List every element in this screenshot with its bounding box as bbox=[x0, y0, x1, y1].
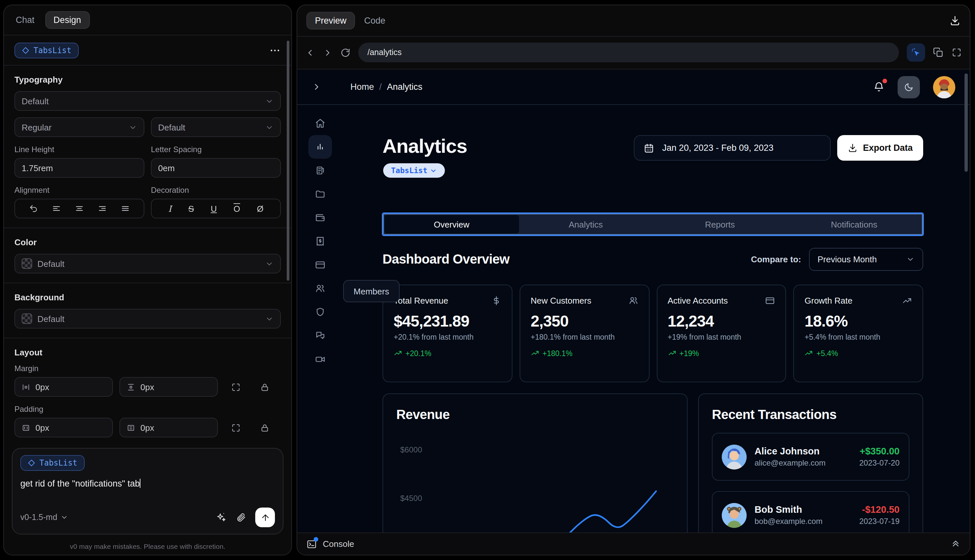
app-header: Home / Analytics bbox=[297, 70, 970, 105]
composer-context-chip[interactable]: TabsList bbox=[20, 455, 85, 471]
undo-icon bbox=[29, 204, 38, 213]
rendered-app: Home / Analytics bbox=[297, 69, 970, 555]
selected-element-label: TabsList bbox=[33, 45, 72, 55]
overline-button[interactable]: O bbox=[234, 203, 240, 213]
undo-button[interactable] bbox=[29, 204, 38, 213]
left-panel-scrollbar[interactable] bbox=[287, 41, 289, 281]
sidebar-item-members[interactable] bbox=[308, 277, 332, 300]
color-swatch bbox=[22, 258, 32, 269]
tab-design[interactable]: Design bbox=[45, 11, 90, 29]
duplicate-button[interactable] bbox=[933, 47, 943, 58]
background-section-label: Background bbox=[15, 292, 281, 302]
margin-x-input[interactable]: 0px bbox=[15, 377, 113, 397]
sidebar-item-cards[interactable] bbox=[308, 253, 332, 277]
sidebar-item-invoices[interactable] bbox=[308, 230, 332, 253]
selection-overlay-chip[interactable]: TabsList bbox=[383, 163, 445, 178]
compare-select[interactable]: Previous Month bbox=[809, 248, 923, 271]
console-bar[interactable]: Console bbox=[297, 532, 970, 555]
preview-url-bar: /analytics bbox=[297, 37, 970, 68]
more-options-button[interactable] bbox=[269, 44, 281, 56]
app-main: Analytics Jan 20, 2023 - Feb 09, 2023 Ex… bbox=[382, 105, 923, 555]
align-right-button[interactable] bbox=[98, 204, 107, 213]
tab-reports[interactable]: Reports bbox=[653, 215, 787, 233]
font-size-select[interactable]: Default bbox=[151, 117, 281, 137]
user-avatar[interactable] bbox=[933, 76, 955, 98]
refresh-button[interactable] bbox=[341, 48, 351, 57]
line-height-input[interactable]: 1.75rem bbox=[15, 158, 144, 178]
expand-icon bbox=[230, 382, 240, 392]
prompt-input[interactable]: get rid of the "notifications" tab bbox=[20, 479, 275, 488]
fullscreen-button[interactable] bbox=[952, 47, 962, 58]
align-left-button[interactable] bbox=[52, 204, 61, 213]
tab-chat[interactable]: Chat bbox=[16, 15, 35, 25]
sparkles-icon bbox=[216, 512, 226, 523]
color-select[interactable]: Default bbox=[15, 254, 281, 273]
strikethrough-button[interactable]: S bbox=[188, 203, 194, 213]
back-button[interactable] bbox=[305, 48, 315, 57]
italic-button[interactable]: I bbox=[168, 203, 172, 213]
underline-button[interactable]: U bbox=[210, 203, 217, 213]
tab-code[interactable]: Code bbox=[364, 16, 386, 25]
users-icon bbox=[628, 296, 638, 305]
download-button[interactable] bbox=[949, 15, 960, 26]
selected-element-row: TabsList bbox=[4, 35, 291, 65]
font-weight-select[interactable]: Regular bbox=[15, 117, 144, 137]
theme-toggle-button[interactable] bbox=[898, 76, 920, 98]
sidebar-item-analytics[interactable] bbox=[308, 135, 332, 159]
align-center-button[interactable] bbox=[75, 204, 84, 213]
padding-x-input[interactable]: 0px bbox=[15, 418, 113, 437]
sidebar-item-video[interactable] bbox=[308, 348, 332, 371]
sidebar-item-reports[interactable] bbox=[308, 159, 332, 182]
transaction-row[interactable]: Alice Johnson alice@example.com +$350.00… bbox=[712, 433, 909, 481]
expand-console-button[interactable] bbox=[951, 539, 960, 549]
letter-spacing-input[interactable]: 0em bbox=[151, 158, 281, 178]
messages-icon bbox=[315, 330, 326, 341]
sidebar-item-wallet[interactable] bbox=[308, 206, 332, 230]
sidebar-toggle-button[interactable] bbox=[312, 82, 322, 92]
align-justify-button[interactable] bbox=[121, 204, 130, 213]
avatar-image bbox=[722, 503, 747, 528]
sidebar-item-home[interactable] bbox=[308, 112, 332, 135]
model-select[interactable]: v0-1.5-md bbox=[20, 513, 68, 522]
url-input[interactable]: /analytics bbox=[358, 43, 899, 62]
margin-y-input[interactable]: 0px bbox=[119, 377, 218, 397]
font-family-select[interactable]: Default bbox=[15, 91, 281, 111]
margin-lock-button[interactable] bbox=[253, 382, 275, 392]
export-data-button[interactable]: Export Data bbox=[837, 135, 923, 161]
preview-panel: Preview Code /analytics Home / Analytics bbox=[297, 5, 970, 555]
margin-expand-button[interactable] bbox=[224, 382, 247, 392]
transaction-row[interactable]: Bob Smith bob@example.com -$120.50 2023-… bbox=[712, 491, 909, 539]
chevron-down-icon bbox=[129, 123, 137, 132]
chevron-right-icon bbox=[323, 48, 333, 57]
diamond-icon bbox=[22, 46, 30, 54]
enhance-prompt-button[interactable] bbox=[216, 512, 226, 523]
notifications-button[interactable] bbox=[873, 81, 885, 92]
forward-button[interactable] bbox=[323, 48, 333, 57]
padding-lock-button[interactable] bbox=[253, 423, 275, 432]
send-button[interactable] bbox=[255, 508, 275, 527]
selected-element-chip[interactable]: TabsList bbox=[15, 42, 79, 58]
tab-preview[interactable]: Preview bbox=[306, 12, 355, 30]
attach-file-button[interactable] bbox=[235, 512, 246, 523]
background-select[interactable]: Default bbox=[15, 309, 281, 328]
sidebar-item-messages[interactable] bbox=[308, 324, 332, 348]
padding-vertical-icon bbox=[127, 423, 135, 432]
sidebar-item-files[interactable] bbox=[308, 182, 332, 206]
tab-notifications[interactable]: Notifications bbox=[787, 215, 921, 233]
padding-expand-button[interactable] bbox=[224, 423, 247, 432]
padding-y-input[interactable]: 0px bbox=[119, 418, 218, 437]
select-element-button[interactable] bbox=[907, 43, 925, 62]
sidebar-item-security[interactable] bbox=[308, 300, 332, 324]
video-icon bbox=[315, 354, 326, 365]
app-scrollbar[interactable] bbox=[965, 73, 968, 172]
ellipsis-icon bbox=[269, 44, 281, 56]
refresh-icon bbox=[341, 48, 351, 57]
breadcrumb-home[interactable]: Home bbox=[351, 82, 374, 92]
date-range-button[interactable]: Jan 20, 2023 - Feb 09, 2023 bbox=[634, 135, 831, 161]
page-title: Analytics bbox=[382, 135, 467, 157]
divider bbox=[4, 338, 291, 338]
no-decoration-button[interactable]: Ø bbox=[257, 203, 264, 213]
tab-overview[interactable]: Overview bbox=[384, 215, 519, 233]
tab-analytics[interactable]: Analytics bbox=[519, 215, 653, 233]
expand-icon bbox=[230, 423, 240, 432]
